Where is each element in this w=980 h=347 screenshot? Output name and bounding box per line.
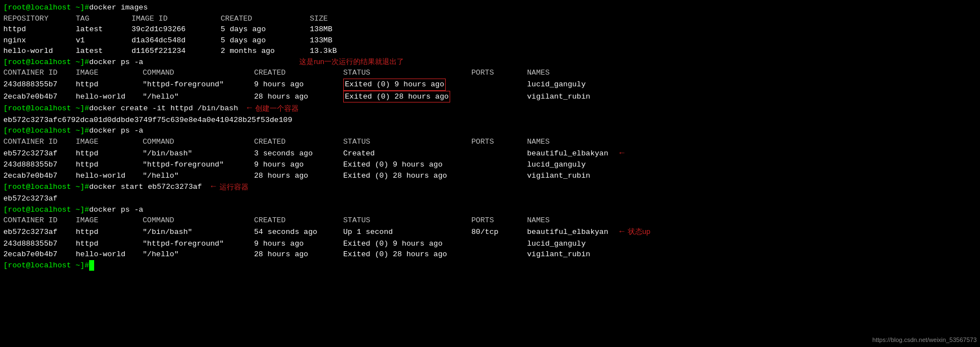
col-cr-h2: CREATED [254, 136, 343, 148]
ps3-cmd-3: "/hello" [143, 249, 254, 260]
ps2-nm-3: vigilant_rubin [527, 170, 590, 182]
col-icreated-header: CREATED [221, 13, 310, 25]
start-arrow: ← [211, 181, 216, 193]
ps1-st-box-1: Exited (0) 9 hours ago [343, 79, 446, 91]
ps3-cid-3: 2ecab7e0b4b7 [3, 249, 76, 260]
ps1-img-2: hello-world [76, 91, 143, 102]
img-id-3: d1165f221234 [131, 46, 221, 57]
col-tag-header: TAG [76, 13, 131, 25]
ps3-pt-1: 80/tcp [471, 227, 527, 238]
ps3-st-2: Exited (0) 9 hours ago [343, 238, 471, 250]
ps3-img-2: httpd [76, 238, 143, 250]
create-result-line: eb572c3273afc6792dca01d0ddbde3749f75c639… [3, 115, 977, 126]
col-pt-h2: PORTS [471, 136, 527, 148]
col-st-h1: STATUS [343, 67, 471, 79]
ps1-st-2: Exited (0) 28 hours ago [343, 91, 471, 103]
ps1-cr-1: 9 hours ago [254, 79, 343, 90]
col-nm-h2: NAMES [527, 136, 550, 148]
cmd-5: docker start eb572c3273af [89, 182, 202, 193]
status-up-annotation-text: 状态up [628, 227, 650, 237]
cursor-block [89, 260, 94, 271]
images-header: REPOSITORYTAGIMAGE IDCREATEDSIZE [3, 13, 977, 25]
ps2-cid-2: 243d888355b7 [3, 159, 76, 170]
ps3-st-1: Up 1 second [343, 227, 471, 238]
status-up-arrow: ← [620, 226, 625, 238]
img-repo-1: httpd [3, 24, 76, 35]
ps2-row-2: 243d888355b7httpd"httpd-foreground"9 hou… [3, 159, 977, 170]
prompt-1: [root@localhost ~]# [3, 2, 89, 13]
ps3-cmd-1: "/bin/bash" [143, 227, 254, 238]
ps2-st-2: Exited (0) 9 hours ago [343, 159, 471, 170]
col-st-h2: STATUS [343, 136, 471, 148]
start-annotation-text: 运行容器 [220, 182, 248, 193]
ps1-cid-2: 2ecab7e0b4b7 [3, 91, 76, 102]
ps2-cmd-2: "httpd-foreground" [143, 159, 254, 170]
ps3-img-3: hello-world [76, 249, 143, 260]
watermark: https://blog.csdn.net/weixin_53567573 [872, 336, 977, 345]
img-tag-1: latest [76, 24, 131, 35]
col-repo-header: REPOSITORY [3, 13, 76, 25]
ps1-nm-2: vigilant_rubin [527, 91, 590, 102]
ps2-nm-1: beautiful_elbakyan [527, 148, 608, 159]
col-cr-h3: CREATED [254, 215, 343, 226]
cmd-6: docker ps -a [89, 204, 143, 216]
img-size-2: 133MB [310, 35, 333, 46]
created-arrow: ← [620, 148, 625, 160]
img-created-3: 2 months ago [221, 46, 310, 57]
ps2-cmd-3: "/hello" [143, 170, 254, 182]
ps1-row-1: 243d888355b7httpd"httpd-foreground"9 hou… [3, 79, 977, 91]
create-cmd-line: [root@localhost ~]#docker create -it htt… [3, 103, 238, 114]
col-cid-h3: CONTAINER ID [3, 215, 76, 226]
col-nm-h3: NAMES [527, 215, 550, 226]
img-id-1: 39c2d1c93266 [131, 24, 221, 35]
ps1-nm-1: lucid_ganguly [527, 79, 586, 90]
ps3-st-3: Exited (0) 28 hours ago [343, 249, 471, 260]
ps2-cid-3: 2ecab7e0b4b7 [3, 170, 76, 182]
img-id-2: d1a364dc548d [131, 35, 221, 46]
ps-cmd-3-line: [root@localhost ~]#docker ps -a [3, 204, 977, 216]
img-tag-2: v1 [76, 35, 131, 46]
ps1-cmd-1: "httpd-foreground" [143, 79, 254, 90]
ps2-cmd-1: "/bin/bash" [143, 148, 254, 159]
img-created-1: 5 days ago [221, 24, 310, 35]
ps3-row-1-wrap: eb572c3273afhttpd"/bin/bash"54 seconds a… [3, 226, 977, 238]
prompt-3: [root@localhost ~]# [3, 103, 89, 114]
image-row-httpd: httpdlatest39c2d1c932665 days ago138MB [3, 24, 977, 35]
ps3-nm-2: lucid_ganguly [527, 238, 586, 250]
ps2-cid-1: eb572c3273af [3, 148, 76, 159]
ps3-cr-3: 28 hours ago [254, 249, 343, 260]
ps2-nm-2: lucid_ganguly [527, 159, 586, 170]
img-created-2: 5 days ago [221, 35, 310, 46]
col-imageid-header: IMAGE ID [131, 13, 221, 25]
col-size-header: SIZE [310, 13, 328, 25]
ps1-st-1: Exited (0) 9 hours ago [343, 79, 471, 91]
image-row-nginx: nginxv1d1a364dc548d5 days ago133MB [3, 35, 977, 46]
ps3-cid-1: eb572c3273af [3, 227, 76, 238]
ps2-img-2: httpd [76, 159, 143, 170]
start-cmd-line: [root@localhost ~]#docker start eb572c32… [3, 182, 202, 193]
cmd-4: docker ps -a [89, 125, 143, 136]
ps3-nm-1: beautiful_elbakyan [527, 227, 608, 238]
col-cid-h2: CONTAINER ID [3, 136, 76, 148]
ps-cmd-1-line: [root@localhost ~]#docker ps -a [3, 57, 143, 68]
img-repo-3: hello-world [3, 46, 76, 57]
create-arrow: ← [247, 102, 252, 115]
ps-header-2: CONTAINER IDIMAGECOMMANDCREATEDSTATUSPOR… [3, 136, 977, 148]
ps2-cr-2: 9 hours ago [254, 159, 343, 170]
prompt-4: [root@localhost ~]# [3, 125, 89, 136]
img-tag-3: latest [76, 46, 131, 57]
ps3-row-2: 243d888355b7httpd"httpd-foreground"9 hou… [3, 238, 977, 250]
img-size-3: 13.3kB [310, 46, 337, 57]
ps2-img-1: httpd [76, 148, 143, 159]
ps3-cr-1: 54 seconds ago [254, 227, 343, 238]
ps-header-1: CONTAINER IDIMAGECOMMANDCREATEDSTATUSPOR… [3, 67, 977, 79]
ps2-row-1: eb572c3273afhttpd"/bin/bash"3 seconds ag… [3, 148, 608, 159]
ps-cmd-1-row: [root@localhost ~]#docker ps -a 这是run一次运… [3, 57, 977, 68]
img-repo-2: nginx [3, 35, 76, 46]
ps1-cid-1: 243d888355b7 [3, 79, 76, 90]
image-row-hello: hello-worldlatestd1165f2212342 months ag… [3, 46, 977, 57]
ps3-row-1: eb572c3273afhttpd"/bin/bash"54 seconds a… [3, 227, 608, 238]
ps1-cr-2: 28 hours ago [254, 91, 343, 102]
run-annotation-block: 这是run一次运行的结果就退出了 [299, 57, 404, 68]
terminal: [root@localhost ~]#docker images REPOSIT… [3, 2, 977, 271]
